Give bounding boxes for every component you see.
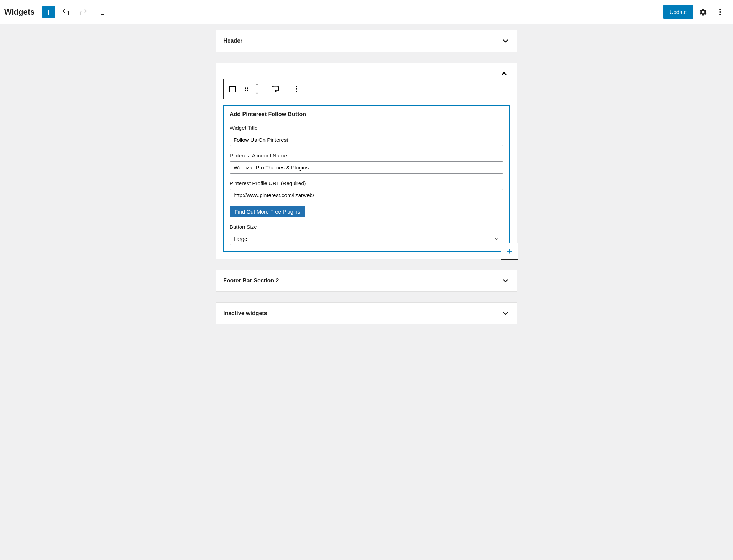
svg-point-14 (245, 88, 246, 90)
svg-point-13 (247, 87, 248, 88)
field-account-name: Pinterest Account Name (230, 152, 503, 174)
widget-title-label: Widget Title (230, 125, 503, 131)
add-block-toggle[interactable] (42, 6, 55, 18)
editor-top-bar: Widgets Update (0, 0, 733, 24)
widget-area-title: Inactive widgets (223, 310, 267, 317)
top-bar-left: Widgets (4, 5, 108, 19)
svg-point-16 (245, 90, 246, 91)
move-to-widget-area-button[interactable] (265, 79, 286, 99)
widget-area-body: Add Pinterest Follow Button Widget Title… (216, 79, 517, 259)
update-button[interactable]: Update (663, 5, 693, 19)
calendar-icon (228, 85, 237, 93)
move-down-button[interactable] (252, 89, 262, 97)
svg-point-7 (719, 14, 721, 15)
block-type-button[interactable] (224, 79, 241, 99)
svg-rect-8 (229, 86, 236, 92)
widget-block-title: Add Pinterest Follow Button (230, 111, 503, 118)
chevron-down-icon (501, 276, 510, 285)
chevron-up-icon (500, 69, 508, 78)
more-vertical-icon (716, 8, 724, 16)
move-to-icon (271, 84, 280, 93)
list-view-button[interactable] (94, 5, 108, 19)
widget-area-title: Header (223, 38, 242, 44)
widget-area-title: Footer Bar Section 2 (223, 278, 279, 284)
move-up-button[interactable] (252, 80, 262, 89)
page-title: Widgets (4, 7, 34, 17)
widget-area-toggle[interactable]: Header (216, 30, 517, 52)
find-plugins-button[interactable]: Find Out More Free Plugins (230, 206, 305, 217)
gear-icon (699, 8, 707, 16)
widget-area-inactive: Inactive widgets (216, 302, 517, 324)
widget-area-active: Add Pinterest Follow Button Widget Title… (216, 63, 517, 259)
list-view-icon (97, 8, 106, 16)
chevron-down-icon (501, 37, 510, 45)
button-size-select[interactable]: Large (230, 233, 503, 245)
add-block-button[interactable] (501, 243, 518, 260)
profile-url-input[interactable] (230, 189, 503, 201)
widget-area-collapse[interactable] (498, 68, 510, 79)
top-bar-right: Update (663, 5, 727, 19)
chevron-down-icon (501, 309, 510, 318)
redo-button[interactable] (76, 5, 91, 19)
more-vertical-icon (292, 85, 301, 93)
editor-content: Header (216, 24, 517, 349)
plus-icon (44, 8, 53, 16)
svg-point-12 (245, 87, 246, 88)
widget-area-footer-2: Footer Bar Section 2 (216, 270, 517, 292)
redo-icon (79, 8, 88, 16)
account-name-label: Pinterest Account Name (230, 152, 503, 158)
field-profile-url: Pinterest Profile URL (Required) (230, 180, 503, 201)
widget-block-selected[interactable]: Add Pinterest Follow Button Widget Title… (223, 105, 510, 252)
block-toolbar (223, 79, 307, 99)
options-button[interactable] (713, 5, 727, 19)
svg-point-20 (296, 91, 297, 92)
widget-area-header: Header (216, 30, 517, 52)
widget-title-input[interactable] (230, 134, 503, 146)
drag-handle[interactable] (241, 79, 252, 99)
button-size-label: Button Size (230, 224, 503, 230)
chevron-up-small-icon (254, 82, 260, 87)
block-options-button[interactable] (286, 79, 307, 99)
settings-button[interactable] (696, 5, 710, 19)
undo-icon (61, 8, 70, 16)
drag-icon (244, 86, 250, 92)
svg-point-17 (247, 90, 248, 91)
field-widget-title: Widget Title (230, 125, 503, 146)
field-button-size: Button Size Large (230, 224, 503, 245)
svg-point-6 (719, 11, 721, 13)
svg-point-15 (247, 88, 248, 90)
svg-point-19 (296, 88, 297, 90)
svg-point-18 (296, 86, 297, 87)
svg-point-5 (719, 9, 721, 10)
plus-icon (505, 247, 513, 255)
chevron-down-small-icon (254, 91, 260, 96)
undo-button[interactable] (59, 5, 73, 19)
widget-area-toggle[interactable]: Inactive widgets (216, 303, 517, 324)
profile-url-label: Pinterest Profile URL (Required) (230, 180, 503, 186)
account-name-input[interactable] (230, 161, 503, 174)
widget-area-toggle[interactable]: Footer Bar Section 2 (216, 270, 517, 291)
